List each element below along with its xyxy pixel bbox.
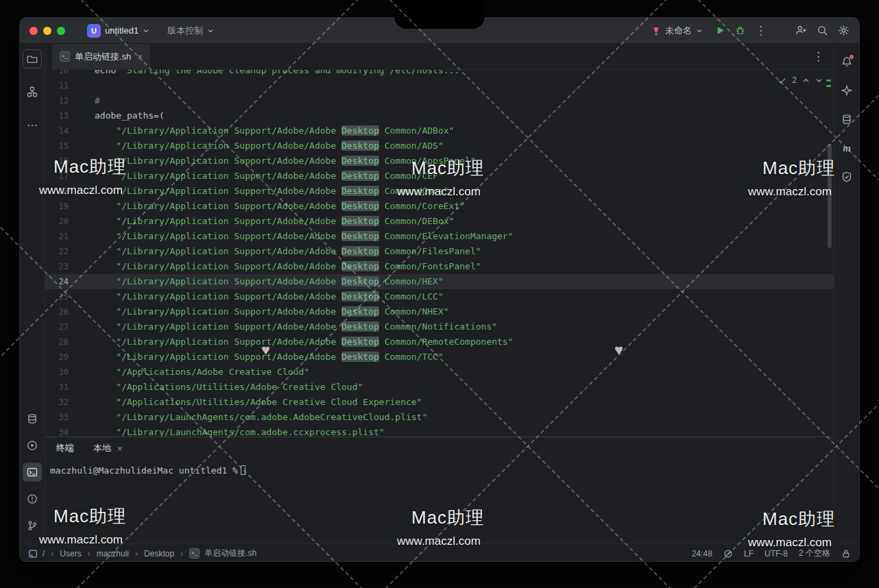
line-number: 22 bbox=[45, 244, 69, 259]
settings-gear-icon[interactable] bbox=[838, 25, 850, 36]
breadcrumb-desktop[interactable]: Desktop bbox=[144, 549, 174, 559]
tool-window-layout-icon[interactable] bbox=[28, 549, 38, 559]
minimize-window-button[interactable] bbox=[43, 27, 51, 35]
code-line[interactable]: 26 "/Library/Application Support/Adobe/A… bbox=[45, 304, 834, 319]
close-tab-icon[interactable]: × bbox=[137, 51, 143, 62]
code-line[interactable]: 14 "/Library/Application Support/Adobe/A… bbox=[45, 123, 834, 138]
breadcrumb-maczhuli[interactable]: maczhuli bbox=[97, 549, 129, 559]
vcs-widget[interactable]: 版本控制 bbox=[158, 25, 217, 37]
line-number: 27 bbox=[45, 319, 69, 334]
macbook-notch bbox=[394, 0, 485, 29]
indent-setting[interactable]: 2 个空格 bbox=[799, 548, 830, 559]
project-widget[interactable]: U untitled1 bbox=[84, 24, 152, 38]
code-text: "/Library/Application Support/Adobe/Adob… bbox=[95, 259, 481, 274]
tab-options-kebab-icon[interactable]: ⋮ bbox=[812, 51, 830, 62]
code-line[interactable]: 19 "/Library/Application Support/Adobe/A… bbox=[45, 199, 834, 214]
code-text: "/Library/Application Support/Adobe/Adob… bbox=[95, 304, 449, 319]
project-folder-button[interactable] bbox=[23, 49, 42, 69]
maven-icon[interactable]: m bbox=[837, 138, 856, 158]
editor-scrollbar[interactable] bbox=[828, 144, 832, 248]
notification-badge bbox=[850, 55, 854, 59]
close-terminal-tab-icon[interactable]: × bbox=[117, 443, 123, 454]
next-occurrence-icon[interactable] bbox=[815, 77, 823, 84]
ai-assistant-icon[interactable] bbox=[837, 81, 856, 100]
line-number: 25 bbox=[45, 289, 69, 304]
code-line[interactable]: 30 "/Applications/Adobe Creative Cloud" bbox=[45, 365, 834, 380]
line-number: 23 bbox=[45, 259, 69, 274]
code-line[interactable]: 34 "/Library/LaunchAgents/com.adobe.ccxp… bbox=[45, 425, 834, 437]
editor-tabbar: >_ 单启动链接.sh × ⋮ bbox=[45, 44, 834, 70]
chevron-right-icon bbox=[179, 549, 184, 559]
code-line[interactable]: 15 "/Library/Application Support/Adobe/A… bbox=[45, 138, 834, 154]
error-stripe-mark[interactable] bbox=[826, 79, 831, 82]
code-text: "/Applications/Utilities/Adobe Creative … bbox=[95, 380, 363, 395]
code-text: "/Library/Application Support/Adobe/Adob… bbox=[95, 229, 514, 244]
notifications-bell-icon[interactable] bbox=[837, 52, 856, 71]
code-line[interactable]: 20 "/Library/Application Support/Adobe/A… bbox=[45, 214, 834, 229]
run-configuration-widget[interactable]: 未命名 bbox=[649, 25, 706, 37]
code-text: "/Library/Application Support/Adobe/Adob… bbox=[95, 184, 449, 199]
shell-file-icon: >_ bbox=[189, 548, 200, 559]
lock-icon[interactable] bbox=[841, 549, 851, 559]
close-window-button[interactable] bbox=[29, 27, 38, 35]
maven-letter: m bbox=[843, 143, 851, 154]
code-line[interactable]: 16 "/Library/Application Support/Adobe/A… bbox=[45, 154, 834, 169]
line-separator[interactable]: LF bbox=[744, 549, 754, 559]
breadcrumb-users[interactable]: Users bbox=[60, 549, 81, 559]
code-line[interactable]: 33 "/Library/LaunchAgents/com.adobe.Adob… bbox=[45, 410, 834, 425]
dependencies-shield-icon[interactable] bbox=[837, 167, 856, 186]
code-line[interactable]: 29 "/Library/Application Support/Adobe/A… bbox=[45, 350, 834, 365]
code-line[interactable]: 31 "/Applications/Utilities/Adobe Creati… bbox=[45, 380, 834, 395]
terminal-button[interactable] bbox=[23, 463, 42, 482]
chevron-right-icon bbox=[49, 549, 55, 559]
zoom-window-button[interactable] bbox=[57, 27, 65, 35]
error-stripe-mark[interactable] bbox=[826, 85, 831, 87]
code-line[interactable]: 25 "/Library/Application Support/Adobe/A… bbox=[45, 289, 834, 304]
debug-bug-icon[interactable] bbox=[735, 25, 745, 36]
git-branch-icon[interactable] bbox=[23, 516, 42, 535]
more-actions-kebab-icon[interactable]: ⋮ bbox=[755, 25, 767, 36]
terminal-tab-local[interactable]: 本地 × bbox=[93, 442, 123, 454]
previous-occurrence-icon[interactable] bbox=[802, 77, 810, 84]
code-line[interactable]: 10echo "Starting the Adobe cleanup proce… bbox=[45, 70, 834, 78]
line-number: 20 bbox=[45, 214, 69, 229]
database-icon[interactable] bbox=[837, 110, 856, 129]
code-text: "/Library/Application Support/Adobe/Adob… bbox=[95, 319, 497, 334]
inspections-widget[interactable]: 2 bbox=[778, 75, 823, 85]
highlighting-level-icon[interactable] bbox=[723, 549, 733, 559]
inspection-count: 2 bbox=[792, 75, 797, 85]
line-number: 34 bbox=[45, 425, 69, 437]
search-icon[interactable] bbox=[817, 25, 828, 36]
problems-icon[interactable] bbox=[23, 489, 42, 509]
code-text: "/Library/Application Support/Adobe/Adob… bbox=[95, 214, 454, 229]
caret-position[interactable]: 24:48 bbox=[692, 549, 712, 559]
code-line[interactable]: 23 "/Library/Application Support/Adobe/A… bbox=[45, 259, 834, 274]
code-line[interactable]: 22 "/Library/Application Support/Adobe/A… bbox=[45, 244, 834, 259]
code-line[interactable]: 13adobe_paths=( bbox=[45, 108, 834, 123]
breadcrumb-root[interactable]: / bbox=[43, 549, 45, 559]
code-editor[interactable]: 10echo "Starting the Adobe cleanup proce… bbox=[45, 70, 834, 437]
file-encoding[interactable]: UTF-8 bbox=[764, 549, 788, 559]
code-line[interactable]: 27 "/Library/Application Support/Adobe/A… bbox=[45, 319, 834, 334]
run-config-icon bbox=[651, 26, 661, 36]
code-line[interactable]: 28 "/Library/Application Support/Adobe/A… bbox=[45, 334, 834, 350]
code-line[interactable]: 18 "/Library/Application Support/Adobe/A… bbox=[45, 184, 834, 199]
terminal-panel-title[interactable]: 终端 bbox=[56, 442, 74, 454]
run-button[interactable] bbox=[715, 25, 725, 36]
breadcrumb-file[interactable]: 单启动链接.sh bbox=[204, 548, 256, 559]
line-number: 15 bbox=[45, 138, 69, 154]
code-with-me-icon[interactable] bbox=[795, 25, 807, 36]
code-line[interactable]: 32 "/Applications/Utilities/Adobe Creati… bbox=[45, 395, 834, 410]
structure-icon[interactable] bbox=[23, 82, 42, 101]
more-tool-windows-icon[interactable]: ⋯ bbox=[23, 115, 42, 134]
code-line[interactable]: 24 "/Library/Application Support/Adobe/A… bbox=[45, 274, 834, 289]
file-tab[interactable]: >_ 单启动链接.sh × bbox=[52, 44, 150, 69]
run-tool-window-icon[interactable] bbox=[23, 436, 42, 455]
code-line[interactable]: 17 "/Library/Application Support/Adobe/A… bbox=[45, 169, 834, 184]
code-line[interactable]: 21 "/Library/Application Support/Adobe/A… bbox=[45, 229, 834, 244]
chevron-right-icon bbox=[134, 549, 139, 559]
code-line[interactable]: 11 bbox=[45, 78, 834, 93]
terminal-output[interactable]: maczhuli@MaczhulideiMac untitled1 % bbox=[45, 459, 834, 482]
database-icon[interactable] bbox=[23, 409, 42, 428]
code-line[interactable]: 12# bbox=[45, 93, 834, 108]
